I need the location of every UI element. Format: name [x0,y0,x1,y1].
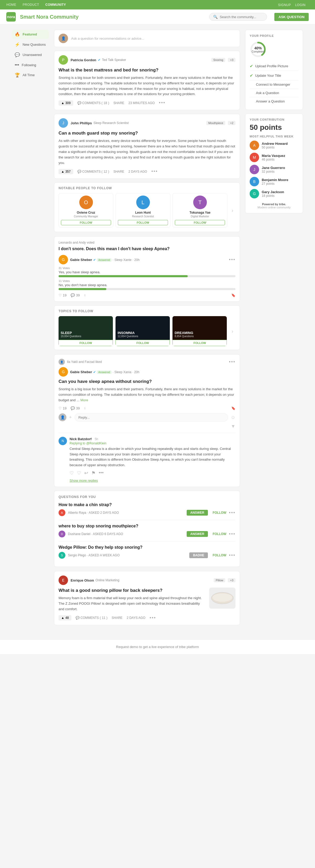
sidebar-label-following: Following [22,63,36,67]
share-btn-1[interactable]: SHARE [113,101,124,105]
poll-label-1: No, you don't have sleep apnea. [59,283,236,287]
qa-more-btn[interactable]: ••• [229,359,236,365]
ask-question-button[interactable]: ASK QUESTION [274,13,309,21]
qfy-item-1: where to buy stop snoring mouthpiece? D … [59,524,236,541]
extra-tag-2: +2 [228,121,236,125]
topic-dreaming-name: DREAMING [175,331,194,335]
topic-sleep-follow[interactable]: FOLLOW [59,340,113,346]
upvote-btn-1[interactable]: ▲ 309 [59,100,73,106]
poll-more-btn[interactable]: ••• [229,257,236,262]
poll-comment-btn[interactable]: 💬 39 [71,293,79,297]
sidebar-item-following[interactable]: ••• Following [12,60,49,69]
qa-save-btn[interactable]: 🔖 [231,406,236,410]
topic-sleep[interactable]: SLEEP 19,654 Questions FOLLOW [59,316,113,346]
qfy-question-2[interactable]: Wedge Pillow: Do they help stop snoring? [59,545,236,550]
pillow-upvote-btn[interactable]: ▲ 48 [59,615,71,620]
ask-placeholder[interactable]: Ask a question for recommendations or ad… [71,36,144,40]
poll-save-btn[interactable]: 🔖 [231,293,236,297]
reply-input[interactable] [75,413,228,422]
sidebar-item-new-questions[interactable]: ⚡ New Questions [12,40,49,49]
pillow-topic-tag[interactable]: Pillow [214,578,225,582]
action-label-1[interactable]: Update Your Title [255,73,281,78]
topics-carousel-next[interactable]: › [230,316,236,346]
comment-flag-icon[interactable]: ⚑ [91,470,96,476]
sidebar-item-featured[interactable]: 🔥 Featured [12,30,49,39]
more-options-2[interactable]: ••• [151,169,158,174]
pillow-title[interactable]: What is a good snoring pillow for back s… [59,588,205,593]
pillow-more-btn[interactable]: ••• [150,615,156,621]
follow-qfy-btn-1[interactable]: FOLLOW [213,532,226,536]
qfy-more-2[interactable]: ••• [229,553,236,558]
post-title-1[interactable]: What is the best mattress and bed for sn… [59,67,236,73]
follow-qfy-btn-0[interactable]: FOLLOW [213,511,226,515]
search-input[interactable] [220,15,262,19]
topic-dreaming[interactable]: DREAMING 8,654 Questions FOLLOW [172,316,227,346]
upvote-btn-2[interactable]: ▲ 357 [59,169,73,174]
post-body-1: Snoring is a big issue for both snorers … [59,75,236,97]
post-card-2: J John Phillips Sleep Research Scientist… [54,114,240,179]
topic-dreaming-follow[interactable]: FOLLOW [172,340,227,346]
search-bar[interactable]: 🔍 [209,13,267,21]
people-carousel-next[interactable]: › [230,193,236,227]
qfy-question-0[interactable]: How to make a chin strap? [59,502,236,507]
follow-qfy-btn-2[interactable]: FOLLOW [213,553,226,557]
action-label-2[interactable]: Connect to Messenger [256,83,290,87]
answer-btn-1[interactable]: ANSWER [187,531,208,537]
person-avatar-1: L [136,195,150,209]
comment-dislike-icon[interactable]: ♡ [77,470,81,476]
pillow-share-btn[interactable]: SHARE [112,616,122,620]
topic-tag-2[interactable]: Mouthpiece [206,121,225,125]
site-logo: nora [6,12,16,22]
nav-product[interactable]: PRODUCT [23,3,39,6]
qa-share-btn[interactable]: ↑ [84,406,86,410]
pillow-content-row: What is a good snoring pillow for back s… [59,588,236,615]
answer-btn-0[interactable]: ANSWER [187,510,208,516]
pillow-image [209,588,236,609]
post-title-2[interactable]: Can a mouth guard stop my snoring? [59,130,236,136]
topic-insomnia-follow[interactable]: FOLLOW [115,340,170,346]
topic-dreaming-content: DREAMING 8,654 Questions [175,331,194,338]
show-more-replies[interactable]: Show more replies [70,478,236,483]
action-label-4[interactable]: Answer a Question [256,99,285,103]
sidebar-item-all-time[interactable]: 🏆 All Time [12,70,49,80]
author-name-1: Patricia Gordon [71,58,96,62]
nav-community[interactable]: COMMUNITY [45,3,66,6]
nav-signup[interactable]: SIGNUP [278,3,291,7]
action-label-3[interactable]: Ask a Question [256,91,279,95]
action-label-0[interactable]: Upload Profile Picture [255,64,288,68]
reply-to[interactable]: Replying to @RonaldKlein [70,441,236,445]
more-options-1[interactable]: ••• [159,100,165,106]
comment-reply-icon[interactable]: ↩ [84,470,88,476]
contrib-pts-3: 27 points [262,182,299,186]
topic-tag-1[interactable]: Snoring [211,58,225,62]
follow-btn-2[interactable]: FOLLOW [175,220,225,225]
comment-more-icon[interactable]: ••• [99,470,104,476]
nav-home[interactable]: HOME [6,3,16,6]
nav-login[interactable]: LOGIN [295,3,306,7]
sidebar-item-unanswered[interactable]: 💬 Unanswered [12,50,49,59]
qa-question[interactable]: Can you have sleep apnea without snoring… [59,379,236,384]
answer-btn-2[interactable]: BADHE [189,552,208,558]
poll-share-btn[interactable]: ↑ [84,293,86,297]
poll-like-btn[interactable]: ♡ 19 [59,293,66,297]
collapse-btn[interactable]: ▼ [231,424,236,429]
contrib-avatar-1: M [250,153,259,162]
notable-people-title: NOTABLE PEOPLE TO FOLLOW [54,183,240,190]
qa-comment-btn[interactable]: 💬 39 [71,406,79,410]
qfy-more-0[interactable]: ••• [229,510,236,516]
qa-more-link[interactable]: More [80,398,88,402]
site-header: nora Smart Nora Community 🔍 ASK QUESTION [0,9,315,25]
share-btn-2[interactable]: SHARE [113,170,124,174]
profile-action-title: ✔ Update Your Title [250,71,299,81]
qfy-more-1[interactable]: ••• [229,531,236,537]
topic-insomnia[interactable]: INSOMNIA 12,654 Questions FOLLOW [115,316,170,346]
contributor-4: G Gary Jackson 18 points [250,189,299,198]
author-avatar-2: J [59,118,68,128]
follow-btn-1[interactable]: FOLLOW [118,220,168,225]
emoji-icon[interactable]: ☺ [231,415,236,420]
comment-like-icon[interactable]: ♡ [70,470,74,476]
qfy-question-1[interactable]: where to buy stop snoring mouthpiece? [59,524,236,528]
follow-btn-0[interactable]: FOLLOW [61,220,111,225]
qa-like-btn[interactable]: ♡ 19 [59,406,66,410]
qa-avatar: G [59,367,68,377]
